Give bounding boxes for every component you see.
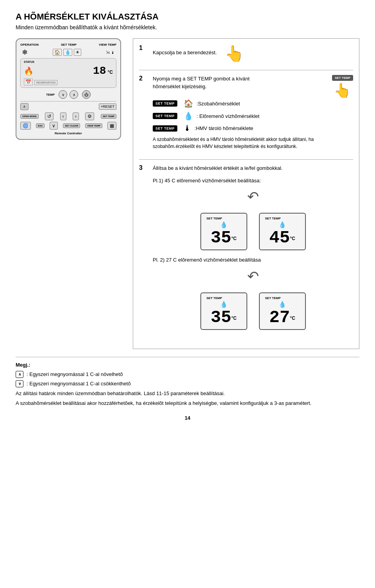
lcd-from-2-number: 35 (211, 308, 231, 327)
rc-grid-btn[interactable]: ▦ (107, 122, 116, 130)
example-2-label: Pl. 2) 27 C elõremenõ vízhõmérséklet beá… (153, 256, 353, 264)
lcd-box-to-2: SET TEMP 💧 27°C (259, 292, 306, 330)
lcd-from-2-label: SET TEMP (207, 296, 241, 300)
down-icon: ∨ (16, 380, 23, 387)
rc-snowflake-icon: ❄ (22, 48, 28, 57)
notes-title: Megj.: (16, 362, 359, 368)
lcd-to-2-label: SET TEMP (265, 296, 300, 300)
rc-esc-btn[interactable]: ESC (36, 123, 45, 128)
set-temp-btn-1: SET TEMP (153, 100, 177, 107)
left-panel: OPERATION SET TEMP VIEW TEMP ❄ 🏠 💧 ☀ 🌬 🌡 (16, 38, 125, 349)
temp-row-2: SET TEMP 💧 : Elõremenõ vízhõmérséklet (153, 111, 353, 121)
lcd-to-2-number: 27 (269, 308, 290, 327)
set-temp-finger-label: SET TEMP (332, 75, 353, 81)
page-number: 14 (16, 415, 359, 421)
lcd-water-icon-3: 💧 (207, 301, 241, 308)
lcd-container-1: SET TEMP 💧 35°C SET TEMP 💧 45°C (153, 213, 353, 250)
rc-controller-label: Remote Controller (20, 132, 116, 135)
set-temp-btn-3: SET TEMP (153, 125, 177, 132)
example-1-label: Pl.1) 45 C elõremenõ vízhõmérséklet beál… (153, 177, 353, 185)
lcd-from-1-number: 35 (211, 228, 231, 248)
step-2-intro: Nyomja meg a SET TEMP gombot a kívánt hõ… (153, 75, 278, 90)
note-1: Az állítási határok minden üzemmódban be… (16, 390, 359, 397)
curved-arrow-1: ↷ (247, 189, 259, 205)
water-icon: 💧 (184, 111, 193, 121)
arrow-wrapper-2: ↷ (153, 266, 353, 287)
house-icon: 🏠 (184, 99, 193, 108)
rc-replay-btn[interactable]: ↺ (45, 112, 54, 120)
step-1-number: 1 (139, 45, 147, 63)
rc-set-temp-btn[interactable]: SET TEMP (101, 114, 116, 119)
step-2-number: 2 (139, 75, 147, 152)
note-text-down: : Egyszeri megnyomással 1 C-al csökkenth… (27, 381, 131, 387)
lcd-from-2-unit: °C (231, 315, 236, 321)
rc-operation-label: OPERATION (20, 43, 39, 46)
step-3-number: 3 (139, 164, 147, 336)
temp-row-3: SET TEMP 🌡 :HMV tároló hõmérséklete (153, 124, 353, 133)
note-2: A szobahõmérséklet beállításai akor hozz… (16, 399, 359, 407)
rc-calendar-icon: 📅 (24, 78, 33, 86)
rc-view-temp-btn[interactable]: VIEW TEMP (85, 123, 102, 128)
rc-plus-reset-btn[interactable]: +RESET (99, 103, 116, 110)
rc-down-btn[interactable]: ∨ (50, 122, 58, 130)
rc-settings-btn[interactable]: ⚙ (85, 112, 94, 120)
lcd-water-icon-1: 💧 (207, 221, 241, 228)
curved-arrow-2: ↷ (247, 268, 259, 285)
rc-up-button[interactable]: ∧ (20, 103, 29, 110)
step-1: 1 Kapcsolja be a berendezést. 👆 (139, 45, 353, 63)
rc-down-arrow[interactable]: ∨ (59, 90, 67, 99)
rc-oper-mode-btn[interactable]: OPER MODE (20, 114, 39, 119)
lcd-container-2: SET TEMP 💧 35°C SET TEMP 💧 27°C (153, 292, 353, 330)
rc-sun-icon: 🌡 (111, 50, 115, 55)
up-icon: ∧ (16, 371, 23, 378)
storage-icon: 🌡 (184, 124, 191, 133)
lcd-box-from-2: SET TEMP 💧 35°C (200, 292, 247, 330)
rc-reservation-label: RESERVATION (34, 80, 57, 85)
temp-label-2: : Elõremenõ vízhõmérséklet (196, 113, 259, 119)
remote-controller: OPERATION SET TEMP VIEW TEMP ❄ 🏠 💧 ☀ 🌬 🌡 (16, 38, 121, 140)
note-text-up: : Egyszeri megnyomással 1 C-al növelhetõ (27, 371, 123, 377)
rc-temp-label: TEMP (46, 93, 55, 96)
rc-icon1: 🏠 (53, 49, 62, 56)
note-item-down: ∨ : Egyszeri megnyomással 1 C-al csökken… (16, 380, 359, 387)
lcd-box-to-1: SET TEMP 💧 45°C (259, 213, 306, 250)
rc-view-temp-label: VIEW TEMP (99, 43, 116, 46)
rc-set-temp-label: SET TEMP (61, 43, 77, 46)
rc-temp-display: 18 (93, 65, 108, 77)
rc-fan-btn[interactable]: 🌀 (20, 122, 31, 130)
page-subtitle: Minden üzemmódban beállíthatók a kívánt … (16, 24, 359, 30)
lcd-box-from-1: SET TEMP 💧 35°C (200, 213, 247, 250)
set-temp-btn-2: SET TEMP (153, 113, 177, 119)
rc-up-arrow[interactable]: ∧ (70, 90, 78, 99)
lcd-water-icon-4: 💧 (265, 301, 300, 308)
rc-left-btn[interactable]: ‹ (60, 112, 66, 120)
temp-label-1: :Szobahõmérséklet (196, 101, 240, 107)
step-3: 3 Állítsa be a kívánt hõmérséklet értéké… (139, 164, 353, 336)
step-2-note: A szobahõmérsékletet és a HMV tároló hõm… (153, 136, 353, 150)
right-panel: 1 Kapcsolja be a berendezést. 👆 2 Nyomja… (133, 38, 359, 349)
step-3-text: Állítsa be a kívánt hõmérséklet értékét … (153, 164, 353, 172)
lcd-to-2-unit: °C (290, 315, 295, 321)
rc-power-button[interactable]: ⏻ (82, 90, 91, 99)
page-title: A HÕMÉRSÉKLET KIVÁLASZTÁSA (16, 12, 359, 22)
temp-row-1: SET TEMP 🏠 :Szobahõmérséklet (153, 99, 353, 108)
rc-icon2: 💧 (63, 49, 72, 56)
lcd-water-icon-2: 💧 (265, 221, 300, 228)
step-2: 2 Nyomja meg a SET TEMP gombot a kívánt … (139, 75, 353, 152)
rc-flame-icon: 🔥 (24, 66, 34, 76)
rc-right-btn[interactable]: › (73, 112, 79, 120)
lcd-from-1-label: SET TEMP (207, 217, 241, 220)
lcd-to-1-label: SET TEMP (265, 217, 300, 220)
temp-label-3: :HMV tároló hõmérséklete (195, 125, 253, 131)
rc-set-clear-btn[interactable]: SET CLEAR (63, 123, 80, 128)
rc-icon3: ☀ (74, 49, 81, 56)
rc-celsius-unit: °C (108, 69, 113, 75)
rc-status-label: STATUS (24, 61, 34, 63)
notes-section: Megj.: ∧ : Egyszeri megnyomással 1 C-al … (16, 357, 359, 407)
lcd-to-1-number: 45 (269, 228, 290, 248)
hand-click-icon: 👆 (225, 45, 244, 63)
arrow-wrapper-1: ↷ (153, 187, 353, 207)
note-item-up: ∧ : Egyszeri megnyomással 1 C-al növelhe… (16, 371, 359, 378)
lcd-from-1-unit: °C (231, 236, 236, 241)
lcd-to-1-unit: °C (290, 236, 295, 241)
